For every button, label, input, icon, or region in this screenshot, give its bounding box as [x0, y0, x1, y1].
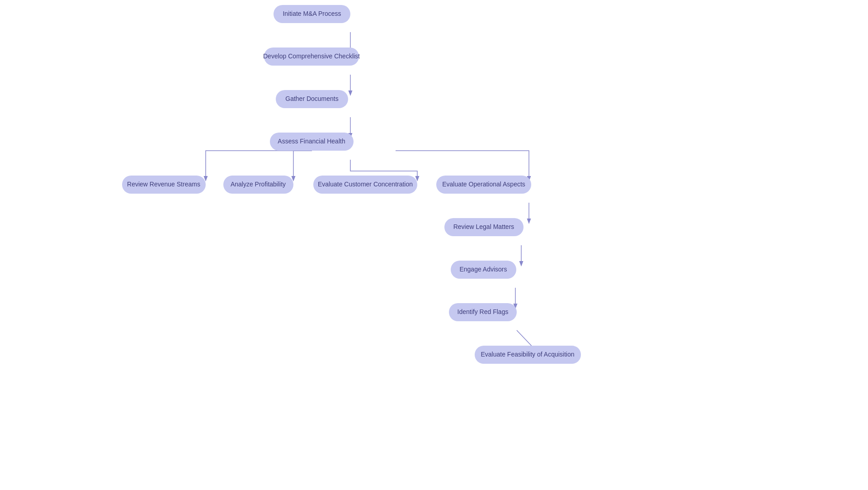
label-identify: Identify Red Flags	[458, 308, 509, 315]
label-review-revenue: Review Revenue Streams	[127, 181, 200, 188]
arrow-assess-analyze	[293, 151, 312, 180]
label-gather: Gather Documents	[285, 95, 339, 102]
label-evaluate-ops: Evaluate Operational Aspects	[442, 181, 525, 188]
label-develop: Develop Comprehensive Checklist	[263, 52, 360, 60]
label-review-legal: Review Legal Matters	[453, 223, 514, 230]
label-engage: Engage Advisors	[459, 266, 507, 273]
flowchart: Initiate M&A Process Develop Comprehensi…	[0, 0, 868, 490]
label-analyze: Analyze Profitability	[231, 181, 286, 188]
label-initiate: Initiate M&A Process	[283, 10, 341, 17]
label-evaluate-customer: Evaluate Customer Concentration	[318, 181, 413, 188]
label-evaluate-feasibility: Evaluate Feasibility of Acquisition	[481, 351, 575, 358]
label-assess: Assess Financial Health	[278, 138, 345, 145]
